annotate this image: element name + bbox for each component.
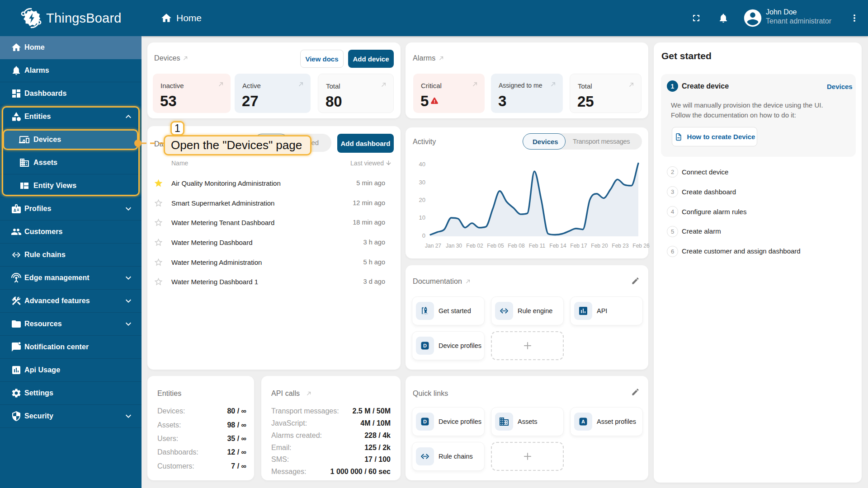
svg-text:10: 10	[419, 214, 425, 221]
svg-text:Feb 20: Feb 20	[591, 243, 608, 249]
svg-text:Jan 27: Jan 27	[425, 243, 441, 249]
svg-text:D: D	[423, 343, 427, 348]
svg-text:D: D	[423, 419, 427, 424]
svg-text:Feb 26: Feb 26	[632, 243, 650, 249]
svg-text:Feb 23: Feb 23	[612, 243, 629, 249]
svg-text:Feb 11: Feb 11	[529, 243, 546, 249]
svg-text:Feb 14: Feb 14	[549, 243, 566, 249]
svg-text:Feb 17: Feb 17	[570, 243, 587, 249]
svg-text:20: 20	[419, 197, 425, 203]
svg-text:A: A	[581, 419, 585, 424]
svg-text:Jan 30: Jan 30	[446, 243, 462, 249]
svg-text:30: 30	[419, 179, 425, 186]
svg-text:40: 40	[419, 161, 425, 168]
svg-text:Feb 05: Feb 05	[487, 243, 504, 249]
svg-text:Feb 08: Feb 08	[508, 243, 525, 249]
svg-text:0: 0	[422, 232, 425, 239]
svg-text:Feb 02: Feb 02	[466, 243, 483, 249]
